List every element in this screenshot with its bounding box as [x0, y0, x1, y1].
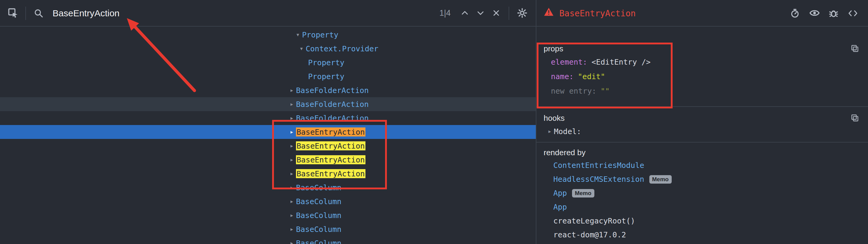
component-name: BaseFolderAction — [296, 100, 369, 109]
owner-link[interactable]: App — [553, 202, 567, 211]
owner-link[interactable]: HeadlessCMSExtension — [553, 175, 644, 184]
component-name: BaseColumn — [296, 211, 342, 220]
chevron-right-icon[interactable] — [287, 125, 296, 139]
search-result-count: 1|4 — [439, 8, 451, 18]
chevron-right-icon[interactable] — [287, 208, 296, 222]
chevron-right-icon[interactable] — [287, 111, 296, 125]
gear-icon[interactable] — [514, 5, 530, 21]
component-name-match: BaseEntryAction — [296, 155, 366, 164]
hook-row[interactable]: Model: — [544, 124, 861, 138]
chevron-down-icon[interactable] — [297, 42, 306, 56]
memo-badge: Memo — [572, 189, 594, 197]
new-prop-value[interactable]: "" — [601, 86, 610, 95]
component-name: Property — [308, 58, 344, 67]
details-header: BaseEntryAction — [536, 0, 868, 26]
rendered-by-section: rendered by ContentEntriesModule Headles… — [536, 143, 868, 242]
rendered-by-item: HeadlessCMSExtension Memo — [544, 172, 861, 186]
tree-row[interactable]: Property — [0, 56, 536, 69]
copy-icon[interactable] — [849, 42, 861, 54]
search-icon — [31, 5, 46, 21]
new-prop-key[interactable]: new entry: — [551, 86, 596, 95]
tree-row[interactable]: BaseColumn — [0, 222, 536, 236]
toolbar-divider — [25, 6, 26, 20]
owner-root-label: createLegacyRoot() — [553, 216, 635, 225]
chevron-right-icon[interactable] — [287, 236, 296, 244]
prop-value[interactable]: "edit" — [578, 71, 605, 81]
react-version-label: react-dom@17.0.2 — [553, 230, 626, 239]
component-name-current-match: BaseEntryAction — [296, 127, 366, 136]
new-prop-row: new entry: "" — [544, 83, 861, 98]
bug-icon[interactable] — [826, 5, 841, 21]
copy-icon[interactable] — [849, 112, 861, 124]
chevron-down-icon[interactable] — [293, 28, 302, 42]
tree-row[interactable]: BaseFolderAction — [0, 97, 536, 111]
tree-row[interactable]: BaseEntryAction — [0, 139, 536, 153]
tree-row[interactable]: BaseFolderAction — [0, 83, 536, 97]
tree-row[interactable]: Property — [0, 69, 536, 83]
prop-key: name: — [551, 71, 574, 81]
component-name: BaseFolderAction — [296, 86, 369, 95]
owner-link[interactable]: App — [553, 188, 567, 197]
owner-link[interactable]: ContentEntriesModule — [553, 161, 644, 170]
chevron-right-icon[interactable] — [546, 127, 554, 135]
props-heading: props — [544, 44, 563, 53]
inspect-element-icon[interactable] — [5, 5, 21, 21]
component-name: Context.Provider — [306, 44, 378, 53]
chevron-right-icon[interactable] — [287, 139, 296, 153]
component-name: BaseColumn — [296, 197, 342, 206]
component-name: BaseColumn — [296, 183, 342, 192]
component-name: BaseFolderAction — [296, 114, 369, 123]
tree-row[interactable]: Context.Provider — [0, 42, 536, 56]
component-name-match: BaseEntryAction — [296, 169, 366, 178]
rendered-by-item: ContentEntriesModule — [544, 158, 861, 172]
tree-row[interactable]: BaseColumn — [0, 194, 536, 208]
eye-icon[interactable] — [806, 5, 822, 21]
rendered-by-item: createLegacyRoot() — [544, 214, 861, 228]
search-input[interactable] — [51, 7, 435, 19]
chevron-right-icon[interactable] — [287, 181, 296, 194]
rendered-by-item: App — [544, 200, 861, 214]
close-icon[interactable] — [488, 5, 504, 21]
tree-row[interactable]: BaseFolderAction — [0, 111, 536, 125]
stopwatch-icon[interactable] — [787, 5, 803, 21]
component-name-match: BaseEntryAction — [296, 141, 366, 150]
chevron-right-icon[interactable] — [287, 97, 296, 111]
component-tree: Property Context.Provider Property Prope… — [0, 27, 536, 244]
component-name: Property — [308, 72, 344, 81]
chevron-right-icon[interactable] — [287, 167, 296, 181]
tree-row[interactable]: BaseEntryAction — [0, 153, 536, 167]
tree-toolbar: 1|4 — [0, 0, 536, 26]
hooks-heading: hooks — [544, 113, 564, 122]
chevron-right-icon[interactable] — [287, 153, 296, 167]
selected-component-title: BaseEntryAction — [559, 8, 636, 18]
chevron-down-icon[interactable] — [472, 5, 488, 21]
tree-row[interactable]: BaseColumn — [0, 236, 536, 244]
tree-row-selected[interactable]: BaseEntryAction — [0, 125, 536, 139]
chevron-right-icon[interactable] — [287, 222, 296, 236]
warning-triangle-icon — [544, 7, 554, 19]
toolbar-divider — [508, 6, 509, 20]
chevron-up-icon[interactable] — [457, 5, 472, 21]
rendered-by-item: App Memo — [544, 186, 861, 200]
tree-row[interactable]: BaseColumn — [0, 208, 536, 222]
code-brackets-icon[interactable] — [845, 5, 861, 21]
prop-row: name: "edit" — [544, 69, 861, 83]
tree-row[interactable]: BaseColumn — [0, 181, 536, 194]
hook-name: Model: — [554, 126, 581, 135]
chevron-right-icon[interactable] — [287, 194, 296, 208]
chevron-right-icon[interactable] — [287, 83, 296, 97]
top-bar: 1|4 — [0, 0, 868, 27]
prop-value[interactable]: <EditEntry /> — [591, 57, 651, 66]
prop-row: element: <EditEntry /> — [544, 54, 861, 69]
prop-key: element: — [551, 57, 587, 66]
react-devtools-components-panel: 1|4 — [0, 0, 868, 244]
memo-badge: Memo — [649, 175, 672, 183]
tree-row[interactable]: Property — [0, 28, 536, 42]
component-name: BaseColumn — [296, 239, 342, 244]
tree-row[interactable]: BaseEntryAction — [0, 167, 536, 181]
rendered-by-heading: rendered by — [544, 148, 586, 157]
component-name: Property — [302, 30, 338, 39]
hooks-section: hooks Model: — [536, 107, 868, 143]
props-section: props element: <EditEntry /> name: "edit… — [536, 27, 868, 107]
details-pane: props element: <EditEntry /> name: "edit… — [536, 27, 868, 244]
